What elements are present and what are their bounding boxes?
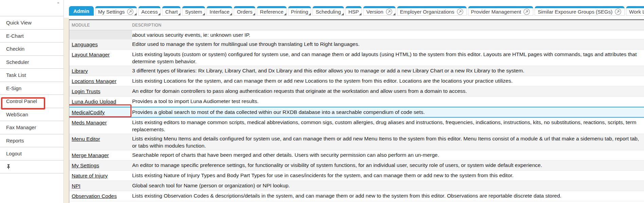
tab-label: Provider Management [471, 9, 521, 15]
module-link[interactable]: Library [72, 68, 88, 74]
tab-access[interactable]: Access [138, 6, 161, 16]
module-link[interactable]: Merge Manager [72, 152, 109, 158]
table-row-clipped[interactable]: about various security events, ie: unkno… [69, 30, 644, 39]
sidebar-item-label: E-Chart [6, 33, 24, 39]
module-table: MODULE DESCRIPTION about various securit… [69, 19, 644, 203]
tab-my-settings[interactable]: My Settings [95, 6, 137, 16]
table-row-meds-manager[interactable]: Meds Manager Lists existing editors to m… [69, 118, 644, 134]
table-row-library[interactable]: Library 3 different types of libraries: … [69, 66, 644, 76]
module-link[interactable]: My Settings [72, 163, 99, 168]
tab-label: Similar Exposure Groups (SEGs) [538, 9, 612, 15]
module-description: Provides a global search to most of the … [132, 107, 644, 117]
module-description: about various security events, ie: unkno… [132, 30, 644, 39]
popout-icon[interactable] [457, 8, 464, 15]
sidebar-item-control-panel[interactable]: Control Panel [0, 95, 64, 108]
module-link[interactable]: NPI [72, 183, 80, 189]
table-row-npi[interactable]: NPI Global search tool for Name (person … [69, 181, 644, 191]
content-left-gutter [64, 18, 69, 203]
tab-menu-caret-icon [393, 13, 395, 15]
module-description: Lists existing editors to manage common … [132, 118, 644, 134]
table-row-layout-manager[interactable]: Layout Manager Lists existing layouts (c… [69, 50, 644, 66]
module-description: Lists existing Locations for the system,… [132, 76, 644, 86]
module-cell: Luna Audio Upload [69, 97, 132, 106]
tab-chart[interactable]: Chart [162, 6, 181, 16]
sidebar-item-quick-view[interactable]: Quick View [0, 16, 64, 30]
module-link[interactable]: Languages [72, 41, 98, 47]
module-cell [69, 30, 132, 39]
tab-admin[interactable]: Admin [69, 6, 94, 16]
table-row-merge-manager[interactable]: Merge Manager Searchable report of chart… [69, 150, 644, 160]
tab-scheduling[interactable]: Scheduling [312, 6, 344, 16]
sidebar-item-webscan[interactable]: WebScan [0, 108, 64, 121]
module-description: An editor for domain controllers to pass… [132, 86, 644, 96]
tab-hsp[interactable]: HSP [345, 6, 362, 16]
popout-icon[interactable] [614, 8, 622, 15]
tab-menu-caret-icon [158, 13, 160, 15]
tab-menu-caret-icon [134, 13, 137, 15]
tab-version[interactable]: Version [363, 6, 395, 16]
module-link[interactable]: Layout Manager [72, 52, 110, 57]
popout-icon[interactable] [386, 8, 393, 15]
tab-label: Admin [73, 8, 89, 14]
module-link[interactable]: MedicalCodify [72, 109, 105, 115]
module-cell: My Settings [69, 160, 132, 170]
tab-provider-management[interactable]: Provider Management [468, 6, 534, 16]
table-row-menu-editor[interactable]: Menu Editor Lists existing Menu Items an… [69, 134, 644, 150]
tab-menu-caret-icon [202, 13, 205, 15]
module-link[interactable]: Nature of Injury [72, 173, 108, 179]
tab-similar-exposure-groups-segs[interactable]: Similar Exposure Groups (SEGs) [535, 6, 625, 16]
tab-employer-organizations[interactable]: Employer Organizations [397, 6, 467, 16]
popout-icon[interactable] [523, 8, 530, 15]
module-link[interactable]: Locations Manager [72, 78, 117, 84]
module-cell: Menu Editor [69, 134, 132, 150]
module-link[interactable]: Luna Audio Upload [72, 99, 116, 104]
table-row-nature-of-injury[interactable]: Nature of Injury Lists existing Nature o… [69, 171, 644, 181]
sidebar-item-checkin[interactable]: Checkin [0, 43, 64, 56]
sidebar-item-scheduler[interactable]: Scheduler [0, 56, 64, 69]
sidebar-item-reports[interactable]: Reports [0, 134, 64, 148]
module-link[interactable]: Login Trusts [72, 88, 100, 94]
sidebar-item-fax-manager[interactable]: Fax Manager [0, 121, 64, 134]
sidebar-item-e-sign[interactable]: E-Sign [0, 82, 64, 95]
table-row-my-settings[interactable]: My Settings An editor to manage specific… [69, 160, 644, 171]
tab-work-l[interactable]: Work L [626, 6, 644, 16]
sidebar-item-task-list[interactable]: Task List [0, 69, 64, 82]
table-row-observation-codes[interactable]: Observation Codes Lists existing Observa… [69, 191, 644, 201]
tab-label: Printing [291, 9, 308, 15]
tab-menu-caret-icon [308, 13, 311, 15]
pushpin-icon [6, 164, 11, 169]
sidebar-item-logout[interactable]: Logout [0, 147, 64, 160]
module-link[interactable]: Menu Editor [72, 136, 100, 142]
module-link[interactable]: Observation Codes [72, 193, 117, 199]
module-cell: Merge Manager [69, 150, 132, 160]
module-cell: Nature of Injury [69, 171, 132, 181]
tab-label: System [185, 9, 202, 15]
sidebar-menu: Quick View E-Chart Checkin Scheduler [0, 16, 64, 173]
table-row-login-trusts[interactable]: Login Trusts An editor for domain contro… [69, 86, 644, 97]
tab-system[interactable]: System [182, 6, 205, 16]
tab-label: Version [366, 9, 383, 15]
module-description: An editor to manage specific preference … [132, 160, 644, 170]
tab-label: Orders [237, 9, 252, 15]
module-cell: MedicalCodify [69, 107, 132, 117]
table-row-luna-audio-upload[interactable]: Luna Audio Upload Provides a tool to imp… [69, 97, 644, 107]
module-cell: Meds Manager [69, 118, 132, 134]
tab-printing[interactable]: Printing [288, 6, 311, 16]
table-row-languages[interactable]: Languages Editor used to manage the syst… [69, 39, 644, 50]
sidebar-item-e-chart[interactable]: E-Chart [0, 30, 64, 43]
module-link[interactable]: Meds Manager [72, 120, 107, 125]
module-cell: Languages [69, 39, 132, 49]
tab-reference[interactable]: Reference [257, 6, 286, 16]
table-row-medicalcodify[interactable]: MedicalCodify Provides a global search t… [69, 107, 644, 118]
tab-label: HSP [348, 9, 359, 15]
sidebar-item-pin[interactable] [0, 160, 64, 174]
popout-icon[interactable] [127, 8, 134, 15]
module-cell: NPI [69, 181, 132, 191]
tab-orders[interactable]: Orders [234, 6, 255, 16]
module-cell: Locations Manager [69, 76, 132, 86]
tab-interface[interactable]: Interface [207, 6, 232, 16]
module-cell: Observation Codes [69, 191, 132, 201]
tab-menu-caret-icon [341, 13, 344, 15]
table-row-locations-manager[interactable]: Locations Manager Lists existing Locatio… [69, 76, 644, 86]
screen-artifact [57, 2, 59, 3]
